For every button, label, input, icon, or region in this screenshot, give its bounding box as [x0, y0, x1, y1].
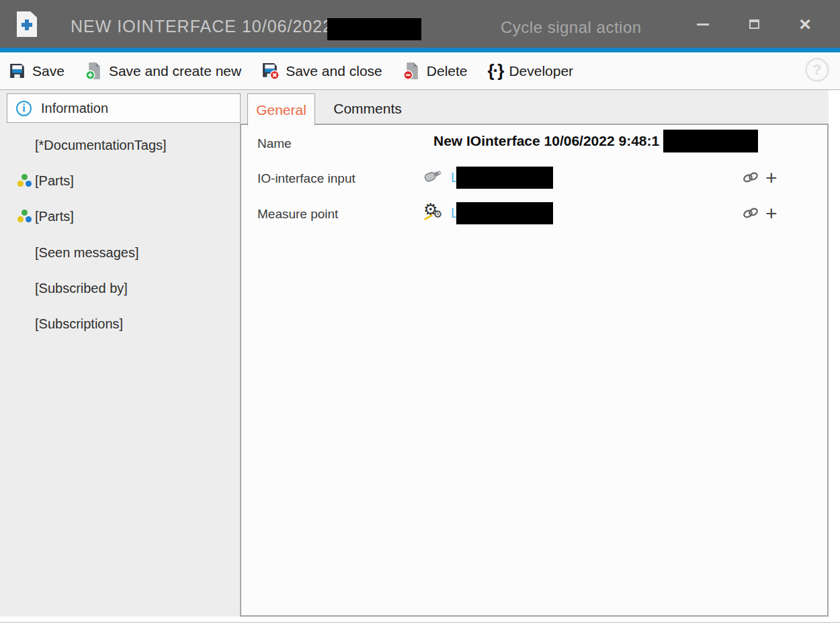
sidebar-item-label: [Parts] [35, 209, 74, 224]
developer-button[interactable]: {·} Developer [487, 60, 573, 81]
delete-label: Delete [427, 63, 468, 79]
delete-button[interactable]: Delete [403, 62, 468, 80]
document-delete-icon [403, 62, 421, 80]
sidebar-item-parts-2[interactable]: [Parts] [0, 204, 240, 228]
developer-label: Developer [509, 63, 573, 79]
sidebar-item-information[interactable]: i Information [7, 93, 241, 123]
parts-icon [17, 174, 32, 187]
general-tab-panel [240, 124, 829, 617]
sidebar-item-label: [*DocumentationTags] [35, 138, 167, 153]
save-button[interactable]: Save [8, 62, 65, 80]
minimize-icon [697, 24, 709, 26]
sidebar-item-seen-messages[interactable]: [Seen messages] [0, 240, 240, 265]
link-icon[interactable] [742, 204, 759, 222]
sidebar-item-label: [Subscribed by] [35, 281, 128, 296]
save-and-create-new-button[interactable]: Save and create new [85, 62, 241, 80]
sidebar-item-subscriptions[interactable]: [Subscriptions] [0, 312, 240, 336]
save-floppy-icon [8, 62, 26, 80]
name-field-label: Name [257, 136, 292, 151]
titlebar: NEW IOINTERFACE 10/06/2022 9: Cycle sign… [0, 0, 840, 48]
add-measure-point-button[interactable]: + [765, 204, 778, 224]
name-value-field[interactable]: New IOinterface 10/06/2022 9:48:1 [433, 133, 659, 149]
window-bottom-edge [0, 622, 840, 623]
gears-icon: ⚙ ⚙ [423, 203, 446, 224]
redacted-name-value [663, 130, 758, 152]
help-icon[interactable]: ? [805, 58, 829, 82]
save-label: Save [32, 63, 65, 79]
sidebar-item-label: [Subscriptions] [35, 316, 123, 332]
redacted-io-interface-link [456, 167, 553, 189]
app-icon-plus [25, 19, 29, 30]
io-connector-icon [422, 166, 444, 185]
window-context-label: Cycle signal action [501, 18, 642, 37]
app-document-icon [17, 11, 37, 37]
redacted-measure-point-link [456, 202, 553, 224]
save-and-close-button[interactable]: Save and close [261, 62, 382, 80]
save-and-close-label: Save and close [286, 63, 382, 79]
redacted-title-text [327, 18, 421, 40]
measure-point-label: Measure point [257, 207, 338, 222]
save-and-create-new-label: Save and create new [109, 63, 241, 79]
save-close-icon [261, 62, 280, 80]
maximize-icon [749, 19, 759, 29]
add-io-interface-button[interactable]: + [765, 168, 778, 188]
parts-icon [17, 210, 32, 223]
sidebar-item-label: Information [41, 101, 108, 116]
document-add-icon [85, 62, 103, 80]
sidebar-item-subscribed-by[interactable]: [Subscribed by] [0, 276, 240, 300]
sidebar-item-parts-1[interactable]: [Parts] [0, 169, 240, 193]
toolbar: Save Save and create new Save and close … [0, 52, 840, 90]
maximize-button[interactable] [739, 12, 769, 36]
sidebar-item-label: [Seen messages] [35, 245, 139, 261]
tab-comments[interactable]: Comments [324, 93, 411, 124]
close-button[interactable]: × [790, 12, 820, 36]
tab-general[interactable]: General [247, 93, 315, 126]
sidebar-item-documentationtags[interactable]: [*DocumentationTags] [0, 133, 240, 157]
link-icon[interactable] [742, 169, 759, 186]
minimize-button[interactable] [688, 12, 718, 36]
sidebar-item-label: [Parts] [35, 173, 74, 189]
code-braces-icon: {·} [487, 60, 503, 81]
io-interface-input-label: IO-interface input [257, 171, 355, 186]
info-icon: i [16, 101, 32, 116]
window-title: NEW IOINTERFACE 10/06/2022 9: [71, 17, 353, 36]
accent-divider [0, 48, 840, 52]
